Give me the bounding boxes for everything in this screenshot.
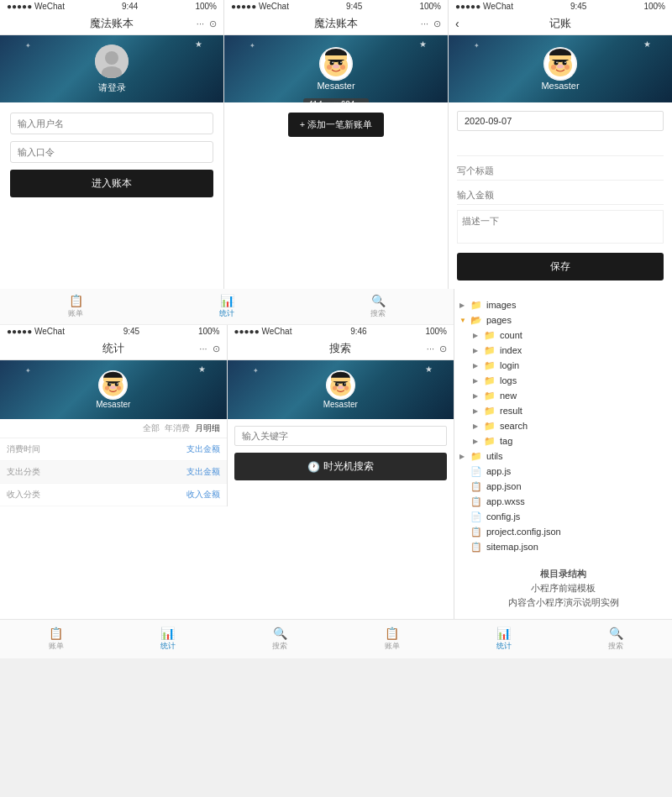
btab-stats-2-label: 统计 xyxy=(496,641,512,652)
battery-2: 100% xyxy=(419,2,441,11)
svg-point-44 xyxy=(338,385,344,389)
stats-tab-yearly[interactable]: 年消费 xyxy=(165,422,190,434)
stats-value-1: 支出金额 xyxy=(186,466,220,478)
arrow-index: ▶ xyxy=(473,347,483,354)
svg-point-31 xyxy=(110,383,111,384)
svg-point-41 xyxy=(342,382,345,385)
camera-icon-search[interactable]: ⊙ xyxy=(439,343,447,354)
desc-textarea[interactable] xyxy=(457,210,664,244)
tree-item-new[interactable]: ▶ 📁 new xyxy=(471,388,667,403)
folder-icon-login: 📁 xyxy=(483,359,496,371)
svg-point-21 xyxy=(564,62,566,64)
btab-search-2-label: 搜索 xyxy=(608,641,623,652)
title-input[interactable] xyxy=(457,161,664,181)
more-icon-2[interactable]: ··· xyxy=(421,18,428,29)
bottom-full-tab-bar: 📋 账单 📊 统计 🔍 搜索 📋 账单 📊 统计 🔍 搜索 xyxy=(0,619,672,658)
more-icon-1[interactable]: ··· xyxy=(197,18,204,29)
svg-point-46 xyxy=(344,385,349,390)
login-form: 进入账本 xyxy=(0,102,223,207)
signal-3: ●●●●● WeChat xyxy=(455,2,513,11)
tree-item-count[interactable]: ▶ 📁 count xyxy=(471,328,667,343)
nav-title-search: 搜索 xyxy=(329,341,351,356)
status-bar-stats: ●●●●● WeChat 9:45 100% xyxy=(0,325,227,338)
tree-item-logs[interactable]: ▶ 📁 logs xyxy=(471,373,667,388)
battery-stats: 100% xyxy=(198,327,220,336)
tree-item-search[interactable]: ▶ 📁 search xyxy=(471,418,667,433)
stats-tab-all[interactable]: 全部 xyxy=(143,422,160,434)
bottom-left-section: 📋 账单 📊 统计 🔍 搜索 ●●●●● WeChat 9:45 100% xyxy=(0,289,454,619)
camera-icon-2[interactable]: ⊙ xyxy=(433,18,441,29)
stats-tab-monthly[interactable]: 月明细 xyxy=(195,422,220,434)
footer-line1: 根目录结构 xyxy=(459,568,667,580)
tab-stats[interactable]: 📊 统计 xyxy=(213,292,241,321)
btab-stats-1-icon: 📊 xyxy=(160,627,175,640)
svg-point-18 xyxy=(554,61,559,66)
svg-point-43 xyxy=(344,383,345,384)
btab-search-2[interactable]: 🔍 搜索 xyxy=(601,625,630,653)
hero-name-stats: Mesaster xyxy=(96,400,130,409)
json-icon-sitemapjson: 📋 xyxy=(470,541,483,553)
amount-input[interactable] xyxy=(457,186,664,205)
tree-item-sitemapjson[interactable]: 📋 sitemap.json xyxy=(459,539,667,554)
tree-item-appjson[interactable]: 📋 app.json xyxy=(459,479,667,494)
username-input[interactable] xyxy=(10,113,213,134)
tree-label-images: images xyxy=(486,300,516,310)
tree-item-images[interactable]: ▶ 📁 images xyxy=(459,297,667,312)
folder-icon-count: 📁 xyxy=(483,329,496,341)
tree-item-pages-group: ▼ 📂 pages ▶ 📁 count ▶ 📁 index ▶ 📁 xyxy=(459,312,667,448)
search-button[interactable]: 🕐 时光机搜索 xyxy=(234,453,448,480)
tree-label-appjson: app.json xyxy=(486,481,522,491)
svg-point-32 xyxy=(117,383,118,384)
folder-icon-new: 📁 xyxy=(483,390,496,401)
nav-bar-2: 魔法账本 ··· ⊙ xyxy=(224,13,448,35)
tree-item-appwxss[interactable]: 📋 app.wxss xyxy=(459,494,667,509)
more-icon-stats[interactable]: ··· xyxy=(199,343,207,354)
password-input[interactable] xyxy=(10,141,213,163)
tab-bill[interactable]: 📋 账单 xyxy=(61,292,90,321)
camera-icon-1[interactable]: ⊙ xyxy=(209,18,217,29)
btab-search-1[interactable]: 🔍 搜索 xyxy=(265,625,294,653)
wxss-icon-appwxss: 📋 xyxy=(470,496,483,507)
category-select-area[interactable] xyxy=(457,136,664,156)
nav-title-1: 魔法账本 xyxy=(90,16,134,31)
btab-bill-2-icon: 📋 xyxy=(385,627,399,640)
btab-stats-2[interactable]: 📊 统计 xyxy=(490,625,518,653)
arrow-tag: ▶ xyxy=(473,438,483,445)
signal-2: ●●●●● WeChat xyxy=(231,2,289,11)
tree-item-utils[interactable]: ▶ 📁 utils xyxy=(459,448,667,464)
btab-stats-1[interactable]: 📊 统计 xyxy=(154,625,182,653)
tree-item-appjs[interactable]: 📄 app.js xyxy=(459,464,667,479)
tree-item-configjs[interactable]: 📄 config.js xyxy=(459,509,667,524)
date-input[interactable] xyxy=(457,111,664,131)
stats-tab-icon: 📊 xyxy=(220,294,234,307)
more-icon-search[interactable]: ··· xyxy=(427,343,434,354)
folder-icon-pages: 📂 xyxy=(470,314,483,326)
btab-bill-1[interactable]: 📋 账单 xyxy=(42,625,71,653)
login-button[interactable]: 进入账本 xyxy=(10,170,213,197)
svg-point-24 xyxy=(564,65,570,70)
btab-bill-2[interactable]: 📋 账单 xyxy=(378,625,407,653)
status-bar-search: ●●●●● WeChat 9:46 100% xyxy=(228,325,454,338)
tree-item-pages[interactable]: ▼ 📂 pages xyxy=(459,312,667,328)
btab-bill-2-label: 账单 xyxy=(385,641,400,652)
keyword-input[interactable] xyxy=(234,426,448,446)
hero-name-2: Mesaster xyxy=(317,81,354,91)
time-2: 9:45 xyxy=(346,2,362,11)
nav-bar-3: ‹ 记账 xyxy=(449,13,672,35)
svg-point-12 xyxy=(327,65,332,70)
camera-icon-stats[interactable]: ⊙ xyxy=(213,343,220,354)
avatar-search xyxy=(326,370,355,400)
tree-item-result[interactable]: ▶ 📁 result xyxy=(471,403,667,418)
stats-phone: ●●●●● WeChat 9:45 100% 统计 ··· ⊙ xyxy=(0,325,228,506)
back-icon-3[interactable]: ‹ xyxy=(455,17,459,30)
add-account-button[interactable]: + 添加一笔新账单 xyxy=(288,113,384,137)
svg-point-34 xyxy=(105,385,109,390)
tab-search[interactable]: 🔍 搜索 xyxy=(364,292,392,321)
tree-item-index[interactable]: ▶ 📁 index xyxy=(471,343,667,358)
tree-item-login[interactable]: ▶ 📁 login xyxy=(471,358,667,373)
tree-item-projectjson[interactable]: 📋 project.config.json xyxy=(459,524,667,539)
folder-icon-utils: 📁 xyxy=(470,450,483,462)
stats-row-1: 支出分类 支出金额 xyxy=(0,461,227,484)
save-button[interactable]: 保存 xyxy=(457,253,664,281)
tree-item-tag[interactable]: ▶ 📁 tag xyxy=(471,433,667,448)
